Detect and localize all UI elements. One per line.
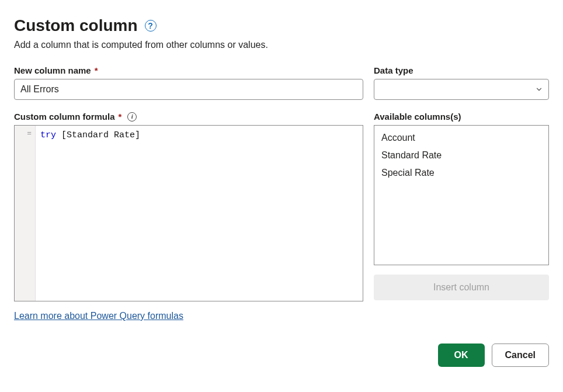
formula-token-column: [Standard Rate] bbox=[61, 130, 140, 140]
available-columns-label-text: Available columns(s) bbox=[374, 112, 461, 122]
new-column-name-input[interactable] bbox=[14, 79, 363, 100]
required-mark: * bbox=[95, 65, 98, 75]
required-mark: * bbox=[119, 112, 122, 122]
formula-token-keyword: try bbox=[40, 130, 56, 140]
available-columns-list[interactable]: Account Standard Rate Special Rate bbox=[374, 125, 549, 265]
available-columns-label: Available columns(s) bbox=[374, 112, 549, 122]
formula-label: Custom column formula * i bbox=[14, 112, 363, 122]
formula-label-text: Custom column formula bbox=[14, 112, 115, 122]
page-title: Custom column bbox=[14, 16, 138, 35]
dialog-footer: OK Cancel bbox=[14, 344, 549, 367]
data-type-label: Data type bbox=[374, 65, 549, 75]
help-icon[interactable]: ? bbox=[145, 20, 157, 32]
cancel-button[interactable]: Cancel bbox=[492, 344, 549, 367]
new-column-name-label: New column name * bbox=[14, 65, 363, 75]
data-type-select[interactable] bbox=[374, 79, 549, 100]
list-item[interactable]: Account bbox=[374, 129, 548, 147]
page-subtitle: Add a column that is computed from other… bbox=[14, 40, 549, 50]
new-column-name-label-text: New column name bbox=[14, 65, 91, 75]
insert-column-button[interactable]: Insert column bbox=[374, 275, 549, 300]
list-item[interactable]: Special Rate bbox=[374, 164, 548, 182]
formula-editor[interactable]: = try [Standard Rate] bbox=[14, 125, 363, 301]
info-icon[interactable]: i bbox=[127, 112, 137, 122]
formula-token-space bbox=[56, 130, 61, 140]
editor-content[interactable]: try [Standard Rate] bbox=[36, 126, 363, 301]
data-type-label-text: Data type bbox=[374, 65, 413, 75]
learn-more-link[interactable]: Learn more about Power Query formulas bbox=[14, 311, 183, 321]
ok-button[interactable]: OK bbox=[438, 344, 485, 367]
editor-gutter: = bbox=[15, 126, 36, 301]
list-item[interactable]: Standard Rate bbox=[374, 147, 548, 164]
